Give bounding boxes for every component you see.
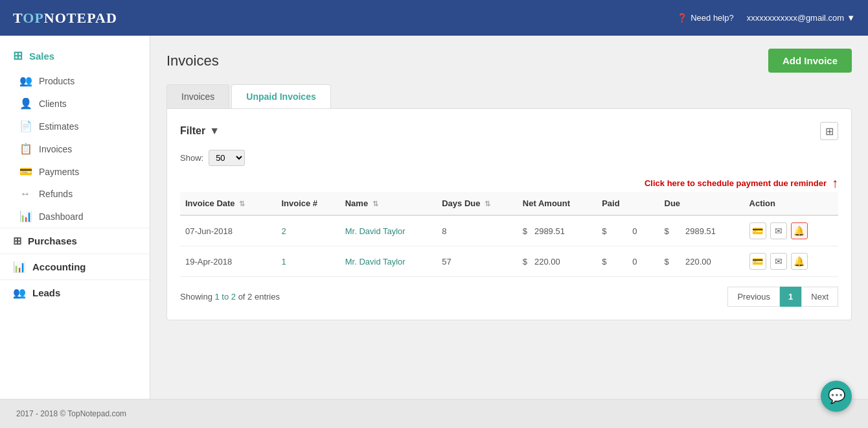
show-row: Show: 50 10 25 100 (180, 150, 838, 166)
sidebar-dashboard-label: Dashboard (39, 211, 84, 222)
annotation-arrow-icon: ↑ (832, 176, 838, 191)
cell-due: $ 220.00 (659, 246, 744, 277)
tabs-container: Invoices Unpaid Invoices (166, 84, 852, 108)
page-footer: 2017 - 2018 © TopNotepad.com (0, 399, 868, 428)
cell-name: Mr. David Taylor (340, 215, 437, 246)
showing-text: Showing 1 to 2 of 2 entries (180, 292, 280, 302)
estimates-icon: 📄 (19, 120, 31, 132)
tab-unpaid-invoices[interactable]: Unpaid Invoices (231, 84, 330, 108)
sidebar-item-clients[interactable]: 👤 Clients (0, 92, 150, 115)
client-name-link[interactable]: Mr. David Taylor (345, 257, 405, 267)
sidebar-products-label: Products (39, 76, 74, 86)
sidebar-payments-label: Payments (39, 167, 79, 177)
col-due: Due (659, 192, 744, 215)
cell-paid: $ 0 (597, 215, 659, 246)
add-invoice-button[interactable]: Add Invoice (768, 49, 852, 73)
sidebar-item-dashboard[interactable]: 📊 Dashboard (0, 205, 150, 228)
sidebar-leads-label: Leads (32, 287, 60, 298)
sidebar-clients-label: Clients (39, 99, 67, 109)
main-layout: ⊞ Sales 👥 Products 👤 Clients 📄 Estimates… (0, 36, 868, 399)
email-icon[interactable]: ✉ (770, 253, 787, 270)
table-footer: Showing 1 to 2 of 2 entries Previous 1 N… (180, 287, 838, 307)
sidebar-refunds-label: Refunds (39, 189, 73, 199)
purchases-icon: ⊞ (13, 235, 21, 247)
col-days-due: Days Due ⇅ (437, 192, 518, 215)
cell-action: 💳 ✉ 🔔 (744, 215, 838, 246)
cell-action: 💳 ✉ 🔔 (744, 246, 838, 277)
email-icon[interactable]: ✉ (770, 222, 787, 239)
refunds-icon: ↔ (19, 188, 31, 200)
cell-number: 1 (276, 246, 339, 277)
sidebar-item-products[interactable]: 👥 Products (0, 69, 150, 92)
cell-number: 2 (276, 215, 339, 246)
bell-icon[interactable]: 🔔 (791, 222, 808, 239)
dropdown-icon: ▼ (847, 13, 855, 23)
sidebar-sales-label: Sales (29, 51, 54, 62)
pagination: Previous 1 Next (727, 287, 838, 307)
tab-invoices[interactable]: Invoices (166, 84, 229, 108)
show-label: Show: (180, 153, 203, 163)
current-page: 1 (780, 287, 801, 307)
table-header-row: Invoice Date ⇅ Invoice # Name ⇅ Days Due (180, 192, 838, 215)
col-name: Name ⇅ (340, 192, 437, 215)
footer-text: 2017 - 2018 © TopNotepad.com (16, 409, 126, 418)
app-logo: TOPNOTEPAD (13, 10, 117, 27)
table-row: 07-Jun-2018 2 Mr. David Taylor 8 $ 2989.… (180, 215, 838, 246)
sidebar-purchases-label: Purchases (28, 235, 77, 246)
col-invoice-date: Invoice Date ⇅ (180, 192, 276, 215)
sidebar-item-invoices[interactable]: 📋 Invoices (0, 137, 150, 160)
payment-icon[interactable]: 💳 (749, 253, 766, 270)
need-help-link[interactable]: ❓ Need help? (677, 13, 734, 23)
invoice-number-link[interactable]: 2 (281, 226, 286, 236)
sidebar-accounting-label: Accounting (32, 261, 86, 272)
bell-icon[interactable]: 🔔 (791, 253, 808, 270)
sidebar: ⊞ Sales 👥 Products 👤 Clients 📄 Estimates… (0, 36, 150, 399)
dashboard-icon: 📊 (19, 210, 31, 222)
payment-icon[interactable]: 💳 (749, 222, 766, 239)
tab-invoices-label: Invoices (181, 91, 214, 102)
help-icon: ❓ (677, 13, 687, 23)
sidebar-leads-section[interactable]: 👥 Leads (0, 279, 150, 305)
invoices-card: Filter ▼ ⊞ Show: 50 10 25 100 Click here… (166, 108, 852, 320)
cell-days-due: 8 (437, 215, 518, 246)
payments-icon: 💳 (19, 165, 31, 178)
showing-range-link[interactable]: 1 to 2 (214, 292, 236, 302)
products-icon: 👥 (19, 75, 31, 87)
previous-button[interactable]: Previous (727, 287, 780, 307)
sidebar-sales-section[interactable]: ⊞ Sales (0, 42, 150, 69)
cell-date: 07-Jun-2018 (180, 215, 276, 246)
sort-icon-days[interactable]: ⇅ (485, 200, 490, 208)
clients-icon: 👤 (19, 97, 31, 110)
sidebar-item-payments[interactable]: 💳 Payments (0, 160, 150, 183)
invoice-number-link[interactable]: 1 (281, 257, 286, 267)
header-right: ❓ Need help? xxxxxxxxxxxx@gmail.com ▼ (677, 13, 855, 23)
sidebar-invoices-label: Invoices (39, 144, 72, 154)
sidebar-purchases-section[interactable]: ⊞ Purchases (0, 228, 150, 254)
need-help-text: Need help? (691, 13, 734, 23)
cell-net-amount: $ 2989.51 (518, 215, 597, 246)
cell-due: $ 2989.51 (659, 215, 744, 246)
accounting-icon: 📊 (13, 261, 26, 273)
cell-days-due: 57 (437, 246, 518, 277)
filter-text: Filter (180, 125, 205, 137)
sidebar-item-refunds[interactable]: ↔ Refunds (0, 183, 150, 205)
invoices-icon: 📋 (19, 143, 31, 155)
user-email-menu[interactable]: xxxxxxxxxxxx@gmail.com ▼ (747, 13, 855, 23)
chat-bubble-button[interactable]: 💬 (821, 381, 852, 412)
client-name-link[interactable]: Mr. David Taylor (345, 226, 405, 236)
sort-icon-name[interactable]: ⇅ (372, 200, 378, 208)
leads-icon: 👥 (13, 287, 26, 299)
show-select[interactable]: 50 10 25 100 (209, 150, 245, 166)
next-button[interactable]: Next (801, 287, 838, 307)
cell-net-amount: $ 220.00 (518, 246, 597, 277)
col-net-amount: Net Amount (518, 192, 597, 215)
export-button[interactable]: ⊞ (820, 122, 838, 140)
sidebar-accounting-section[interactable]: 📊 Accounting (0, 254, 150, 279)
sidebar-item-estimates[interactable]: 📄 Estimates (0, 115, 150, 137)
sidebar-estimates-label: Estimates (39, 121, 78, 132)
col-action: Action (744, 192, 838, 215)
sort-icon-date[interactable]: ⇅ (239, 200, 245, 208)
filter-label: Filter ▼ (180, 125, 220, 137)
annotation-text: Click here to schedule payment due remin… (645, 178, 827, 188)
cell-name: Mr. David Taylor (340, 246, 437, 277)
